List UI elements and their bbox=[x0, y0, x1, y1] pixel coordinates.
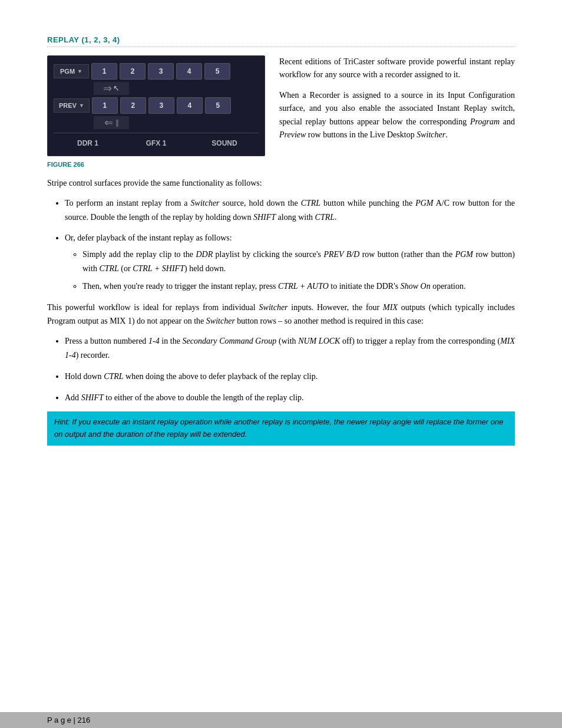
pgm-text: PGM bbox=[60, 68, 75, 75]
right-para-2: When a Recorder is assigned to a source … bbox=[279, 89, 515, 142]
bottom-row: DDR 1 GFX 1 SOUND bbox=[54, 133, 259, 150]
body-intro: Stripe control surfaces provide the same… bbox=[47, 176, 515, 190]
right-column: Recent editions of TriCaster software pr… bbox=[279, 55, 515, 156]
prev-btn-4[interactable]: 4 bbox=[177, 97, 203, 114]
prev-row: PREV ▼ 1 2 3 4 5 bbox=[54, 97, 259, 114]
hint-box: Hint: If you execute an instant replay o… bbox=[47, 411, 515, 446]
prev-btn-2[interactable]: 2 bbox=[120, 97, 146, 114]
pgm-arrow: ▼ bbox=[77, 68, 82, 74]
sub-bullet-list: Simply add the replay clip to the DDR pl… bbox=[82, 248, 515, 293]
prev-replay-row: ⇐ ‖ bbox=[91, 116, 259, 129]
page-footer: P a g e | 216 bbox=[0, 712, 562, 728]
sound-btn[interactable]: SOUND bbox=[190, 137, 259, 150]
bullet-list-1: To perform an instant replay from a Swit… bbox=[65, 196, 515, 294]
bullet-item-2: Or, defer playback of the instant replay… bbox=[65, 231, 515, 293]
prev-label: PREV ▼ bbox=[54, 98, 90, 113]
prev-text: PREV bbox=[59, 102, 77, 109]
switcher-panel: PGM ▼ 1 2 3 4 5 ⇒ ↖ PREV ▼ bbox=[47, 55, 265, 156]
prev-btn-5[interactable]: 5 bbox=[205, 97, 231, 114]
cursor-icon: ↖ bbox=[113, 84, 120, 93]
pgm-replay-icon: ⇒ ↖ bbox=[94, 82, 129, 95]
figure-label: FIGURE 266 bbox=[47, 161, 515, 168]
page-number: P a g e | 216 bbox=[47, 716, 90, 724]
pgm-row: PGM ▼ 1 2 3 4 5 bbox=[54, 63, 259, 80]
bullet2-item-3: Add SHIFT to either of the above to doub… bbox=[65, 391, 515, 405]
ddr1-btn[interactable]: DDR 1 bbox=[54, 137, 122, 150]
prev-arrow: ▼ bbox=[79, 103, 84, 108]
sub-bullet-2: Then, when you're ready to trigger the i… bbox=[82, 279, 515, 294]
left-column: PGM ▼ 1 2 3 4 5 ⇒ ↖ PREV ▼ bbox=[47, 55, 265, 156]
bullet2-item-1: Press a button numbered 1-4 in the Secon… bbox=[65, 334, 515, 363]
pgm-btn-3[interactable]: 3 bbox=[148, 63, 174, 80]
bullet2-item-2: Hold down CTRL when doing the above to d… bbox=[65, 370, 515, 384]
pgm-btn-2[interactable]: 2 bbox=[120, 63, 146, 80]
pgm-label: PGM ▼ bbox=[54, 64, 89, 78]
prev-btn-3[interactable]: 3 bbox=[148, 97, 174, 114]
right-para-1: Recent editions of TriCaster software pr… bbox=[279, 55, 515, 82]
replay-arrow-right: ⇒ bbox=[103, 82, 112, 95]
replay-arrow-left: ⇐ bbox=[104, 116, 113, 129]
body-paragraph-2: This powerful workflow is ideal for repl… bbox=[47, 301, 515, 329]
gfx1-btn[interactable]: GFX 1 bbox=[122, 137, 190, 150]
bullet-list-2: Press a button numbered 1-4 in the Secon… bbox=[65, 334, 515, 404]
bullet-item-1: To perform an instant replay from a Swit… bbox=[65, 196, 515, 225]
pgm-replay-row: ⇒ ↖ bbox=[91, 82, 259, 95]
sub-bullet-1: Simply add the replay clip to the DDR pl… bbox=[82, 248, 515, 276]
prev-replay-icon: ⇐ ‖ bbox=[94, 116, 129, 129]
two-col-layout: PGM ▼ 1 2 3 4 5 ⇒ ↖ PREV ▼ bbox=[47, 55, 515, 156]
pgm-btn-4[interactable]: 4 bbox=[176, 63, 202, 80]
pgm-btn-1[interactable]: 1 bbox=[91, 63, 117, 80]
section-heading: REPLAY (1, 2, 3, 4) bbox=[47, 35, 515, 47]
pause-icon: ‖ bbox=[115, 118, 119, 127]
pgm-btn-5[interactable]: 5 bbox=[204, 63, 230, 80]
prev-btn-1[interactable]: 1 bbox=[92, 97, 118, 114]
